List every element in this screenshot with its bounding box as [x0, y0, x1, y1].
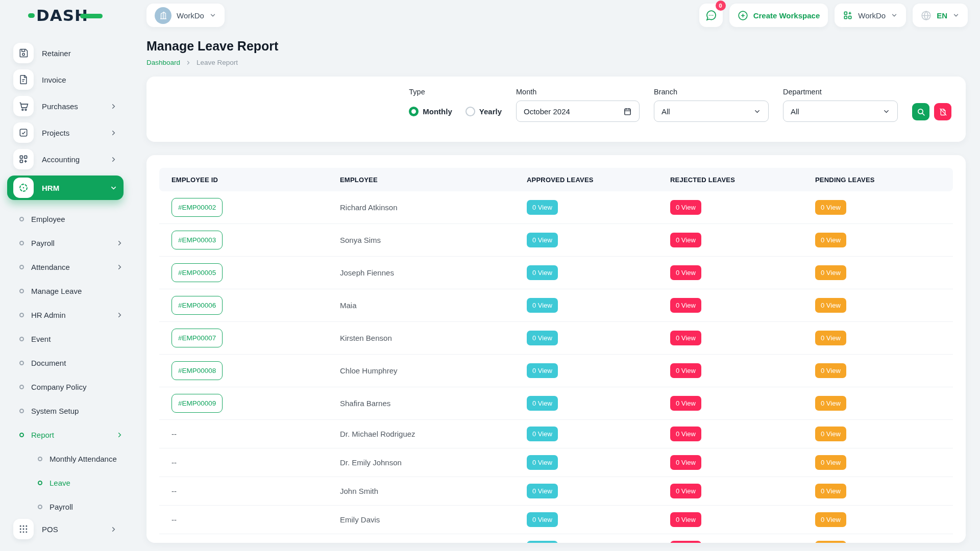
- table-row: #EMP00003Sonya Sims0 View0 View0 View: [159, 224, 953, 257]
- rejected-leaves-view-button[interactable]: 0 View: [670, 541, 701, 543]
- bullet-icon: [19, 409, 24, 413]
- approved-leaves-view-button[interactable]: 0 View: [527, 233, 558, 247]
- messages-count-badge: 0: [716, 1, 726, 11]
- rejected-leaves-view-button[interactable]: 0 View: [670, 363, 701, 378]
- reset-button[interactable]: [934, 103, 951, 120]
- approved-leaves-view-button[interactable]: 0 View: [527, 396, 558, 411]
- approved-leaves-view-button[interactable]: 0 View: [527, 200, 558, 215]
- bullet-icon: [19, 433, 24, 437]
- search-button[interactable]: [912, 103, 929, 120]
- language-current: EN: [937, 11, 947, 20]
- sidebar-item-manage-leave[interactable]: Manage Leave: [7, 279, 124, 303]
- rejected-leaves-view-button[interactable]: 0 View: [670, 298, 701, 313]
- dash-logo[interactable]: DASH: [28, 6, 103, 24]
- type-monthly-radio[interactable]: Monthly: [409, 107, 452, 116]
- radio-unselected-icon: [465, 107, 475, 116]
- employee-name: Shafira Barnes: [340, 399, 390, 408]
- rejected-leaves-view-button[interactable]: 0 View: [670, 200, 701, 215]
- rejected-leaves-view-button[interactable]: 0 View: [670, 484, 701, 498]
- rejected-leaves-view-button[interactable]: 0 View: [670, 265, 701, 280]
- month-filter: Month October 2024: [516, 88, 640, 122]
- language-selector[interactable]: EN: [913, 4, 968, 27]
- branch-select[interactable]: All: [654, 101, 769, 122]
- search-icon: [917, 108, 925, 116]
- employee-name: John Smith: [340, 487, 378, 495]
- sidebar-item-monthly-attendance[interactable]: Monthly Attendance: [7, 447, 124, 471]
- employee-id-button[interactable]: #EMP00007: [172, 329, 223, 347]
- employee-id-button[interactable]: #EMP00002: [172, 198, 223, 217]
- approved-leaves-view-button[interactable]: 0 View: [527, 427, 558, 441]
- rejected-leaves-view-button[interactable]: 0 View: [670, 331, 701, 345]
- pending-leaves-view-button[interactable]: 0 View: [815, 265, 846, 280]
- sidebar-item-employee[interactable]: Employee: [7, 207, 124, 231]
- approved-leaves-view-button[interactable]: 0 View: [527, 541, 558, 543]
- rejected-leaves-view-button[interactable]: 0 View: [670, 512, 701, 527]
- pending-leaves-view-button[interactable]: 0 View: [815, 541, 846, 543]
- file-off-icon: [939, 108, 947, 116]
- employee-id-button[interactable]: #EMP00005: [172, 263, 223, 282]
- calendar-icon: [623, 107, 632, 116]
- pending-leaves-view-button[interactable]: 0 View: [815, 200, 846, 215]
- create-workspace-button[interactable]: Create Workspace: [729, 4, 828, 27]
- sidebar-item-payroll[interactable]: Payroll: [7, 231, 124, 255]
- sidebar-item-report[interactable]: Report: [7, 423, 124, 447]
- approved-leaves-view-button[interactable]: 0 View: [527, 484, 558, 498]
- rejected-leaves-view-button[interactable]: 0 View: [670, 396, 701, 411]
- pending-leaves-view-button[interactable]: 0 View: [815, 298, 846, 313]
- hrm-circle-icon: [13, 178, 34, 198]
- pending-leaves-view-button[interactable]: 0 View: [815, 427, 846, 441]
- table-row: #EMP00006Maia0 View0 View0 View: [159, 289, 953, 322]
- chevron-right-icon: [116, 431, 124, 439]
- pending-leaves-view-button[interactable]: 0 View: [815, 484, 846, 498]
- sidebar-item-invoice[interactable]: Invoice: [7, 69, 124, 90]
- projects-check-icon: [13, 122, 34, 143]
- sidebar-item-label: HR Admin: [31, 311, 109, 319]
- employee-id-button[interactable]: #EMP00006: [172, 296, 223, 315]
- employee-id-button[interactable]: #EMP00003: [172, 231, 223, 249]
- logo-dash-icon: [28, 13, 35, 18]
- sidebar-item-hr-admin[interactable]: HR Admin: [7, 303, 124, 327]
- sidebar-item-document[interactable]: Document: [7, 351, 124, 375]
- company-menu-button[interactable]: WorkDo: [835, 4, 906, 27]
- sidebar-item-label: Payroll: [31, 239, 109, 247]
- sidebar-item-pos[interactable]: POS: [7, 519, 124, 539]
- approved-leaves-view-button[interactable]: 0 View: [527, 512, 558, 527]
- employee-id-button[interactable]: #EMP00009: [172, 394, 223, 413]
- rejected-leaves-view-button[interactable]: 0 View: [670, 233, 701, 247]
- workspace-switcher[interactable]: WorkDo: [146, 4, 225, 27]
- approved-leaves-view-button[interactable]: 0 View: [527, 455, 558, 470]
- approved-leaves-view-button[interactable]: 0 View: [527, 298, 558, 313]
- sidebar-item-leave[interactable]: Leave: [7, 471, 124, 495]
- rejected-leaves-view-button[interactable]: 0 View: [670, 455, 701, 470]
- pending-leaves-view-button[interactable]: 0 View: [815, 331, 846, 345]
- messages-button[interactable]: 0: [699, 4, 723, 27]
- approved-leaves-view-button[interactable]: 0 View: [527, 331, 558, 345]
- rejected-leaves-view-button[interactable]: 0 View: [670, 427, 701, 441]
- sidebar-item-company-policy[interactable]: Company Policy: [7, 375, 124, 399]
- employee-id-empty: --: [172, 487, 177, 495]
- pending-leaves-view-button[interactable]: 0 View: [815, 455, 846, 470]
- sidebar-item-system-setup[interactable]: System Setup: [7, 399, 124, 423]
- sidebar-item-event[interactable]: Event: [7, 327, 124, 351]
- department-select[interactable]: All: [783, 101, 898, 122]
- pending-leaves-view-button[interactable]: 0 View: [815, 233, 846, 247]
- breadcrumb-dashboard-link[interactable]: Dashboard: [146, 59, 180, 66]
- sidebar-item-retainer[interactable]: Retainer: [7, 43, 124, 63]
- sidebar-item-attendance[interactable]: Attendance: [7, 255, 124, 279]
- sidebar-item-purchases[interactable]: Purchases: [7, 96, 124, 116]
- chevron-right-icon: [110, 129, 117, 137]
- type-yearly-radio[interactable]: Yearly: [465, 107, 502, 116]
- employee-id-button[interactable]: #EMP00008: [172, 361, 223, 380]
- sidebar-item-accounting[interactable]: Accounting: [7, 149, 124, 169]
- sidebar-item-payroll[interactable]: Payroll: [7, 495, 124, 519]
- sidebar-item-label: Attendance: [31, 263, 109, 271]
- sidebar-item-hrm[interactable]: HRM: [7, 176, 124, 200]
- radio-selected-icon: [409, 107, 419, 116]
- pending-leaves-view-button[interactable]: 0 View: [815, 512, 846, 527]
- sidebar-item-projects[interactable]: Projects: [7, 122, 124, 143]
- month-input[interactable]: October 2024: [516, 101, 640, 122]
- pending-leaves-view-button[interactable]: 0 View: [815, 396, 846, 411]
- pending-leaves-view-button[interactable]: 0 View: [815, 363, 846, 378]
- approved-leaves-view-button[interactable]: 0 View: [527, 265, 558, 280]
- approved-leaves-view-button[interactable]: 0 View: [527, 363, 558, 378]
